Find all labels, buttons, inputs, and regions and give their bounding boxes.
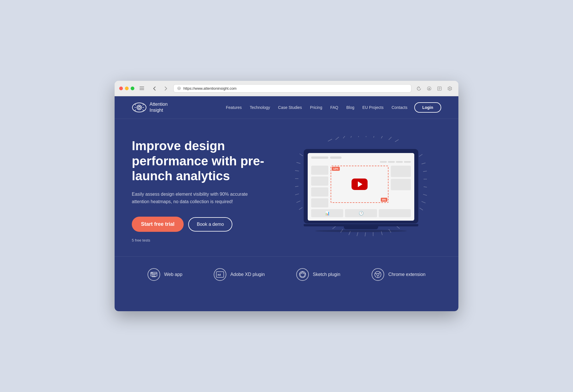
feature-adobe-xd[interactable]: Xd Adobe XD plugin — [214, 268, 265, 281]
main-nav: Attention Insight Features Technology Ca… — [115, 96, 458, 119]
adobe-xd-label: Adobe XD plugin — [230, 272, 265, 277]
right-item-1 — [391, 166, 411, 177]
mockup-main: 12% 8% — [311, 166, 411, 207]
laptop-screen: 12% 8% — [308, 153, 414, 221]
svg-line-41 — [295, 186, 298, 187]
svg-line-11 — [336, 137, 339, 140]
web-app-label: Web app — [164, 272, 183, 277]
laptop-stand — [344, 226, 378, 229]
svg-line-38 — [297, 162, 300, 164]
mockup-header — [311, 156, 411, 159]
svg-point-9 — [140, 106, 140, 107]
address-bar[interactable]: https://www.attentioninsight.com — [173, 84, 411, 93]
login-button[interactable]: Login — [414, 102, 441, 113]
svg-rect-0 — [140, 87, 144, 87]
svg-point-6 — [132, 103, 146, 112]
chart-icon: 📊 — [325, 211, 330, 215]
svg-rect-2 — [140, 89, 144, 90]
website-content: Attention Insight Features Technology Ca… — [115, 96, 458, 311]
sidebar-item-3 — [311, 187, 328, 197]
sketch-label: Sketch plugin — [313, 272, 340, 277]
svg-line-42 — [295, 194, 299, 195]
hero-subtitle: Easily assess design element visibility … — [132, 191, 252, 205]
svg-point-52 — [377, 273, 379, 276]
hero-title: Improve design performance with pre-laun… — [132, 138, 269, 184]
svg-line-16 — [374, 136, 374, 137]
svg-line-37 — [300, 154, 303, 156]
svg-line-19 — [395, 140, 398, 142]
mockup-nav-1 — [380, 161, 387, 163]
mockup-bar-2 — [330, 156, 342, 159]
settings-button[interactable] — [446, 85, 454, 93]
laptop-base — [304, 224, 418, 226]
nav-faq[interactable]: FAQ — [330, 105, 338, 110]
feature-web-app[interactable]: Web app — [148, 268, 183, 281]
svg-point-7 — [137, 105, 142, 110]
nav-eu-projects[interactable]: EU Projects — [362, 105, 384, 110]
svg-line-21 — [422, 163, 425, 164]
share-button[interactable] — [435, 85, 444, 93]
bottom-features: Web app Xd Adobe XD plugin — [115, 256, 458, 295]
mockup-sidebar — [311, 166, 328, 207]
sidebar-toggle-button[interactable] — [138, 85, 146, 93]
nav-case-studies[interactable]: Case Studies — [278, 105, 302, 110]
sidebar-item-4 — [311, 198, 328, 207]
percentage-badge-8: 8% — [381, 198, 387, 202]
book-demo-button[interactable]: Book a demo — [188, 217, 232, 232]
nav-technology[interactable]: Technology — [250, 105, 270, 110]
nav-blog[interactable]: Blog — [346, 105, 354, 110]
chrome-icon — [372, 268, 384, 281]
mockup-nav-3 — [396, 161, 403, 163]
svg-line-26 — [422, 201, 425, 203]
percentage-badge-12: 12% — [332, 167, 340, 171]
nav-contacts[interactable]: Contacts — [392, 105, 407, 110]
nav-links: Features Technology Case Studies Pricing… — [226, 105, 407, 110]
feature-sketch[interactable]: Sketch plugin — [296, 268, 340, 281]
hero-section: Improve design performance with pre-laun… — [115, 119, 458, 256]
svg-line-25 — [423, 194, 427, 195]
free-tests-label: 5 free tests — [132, 238, 150, 242]
svg-line-17 — [381, 136, 383, 138]
bottom-item-1: 📊 — [311, 209, 343, 217]
svg-line-24 — [424, 187, 427, 187]
svg-marker-49 — [300, 272, 305, 277]
mockup-bar-1 — [311, 156, 328, 159]
download-button[interactable] — [425, 85, 433, 93]
adobe-xd-icon: Xd — [214, 268, 226, 281]
clock-icon: 🕐 — [359, 211, 364, 215]
mockup-bottom-row: 📊 🕐 — [311, 209, 411, 217]
feature-chrome[interactable]: Chrome extension — [372, 268, 425, 281]
sidebar-item-1 — [311, 166, 328, 175]
svg-line-32 — [365, 232, 366, 236]
svg-line-14 — [358, 136, 359, 137]
svg-point-3 — [178, 88, 180, 89]
url-text: https://www.attentioninsight.com — [183, 86, 237, 91]
svg-line-33 — [357, 232, 358, 236]
laptop-shadow — [315, 230, 407, 232]
nav-features[interactable]: Features — [226, 105, 242, 110]
screen-content: 12% 8% — [311, 156, 411, 217]
minimize-button[interactable] — [125, 87, 129, 90]
logo[interactable]: Attention Insight — [132, 101, 168, 113]
hero-visual: 12% 8% — [281, 136, 441, 245]
svg-rect-1 — [140, 88, 144, 89]
right-item-2 — [391, 179, 411, 190]
laptop-mockup: 12% 8% — [304, 149, 418, 232]
maximize-button[interactable] — [131, 87, 134, 90]
close-button[interactable] — [119, 87, 123, 90]
svg-line-39 — [295, 170, 299, 171]
web-app-icon — [148, 268, 160, 281]
svg-line-44 — [299, 207, 302, 209]
mockup-right — [391, 166, 411, 207]
start-free-trial-button[interactable]: Start free trial — [132, 217, 184, 232]
reload-button[interactable] — [415, 85, 423, 93]
laptop-outer: 12% 8% — [304, 149, 418, 224]
forward-button[interactable] — [162, 85, 170, 93]
bottom-item-2: 🕐 — [345, 209, 377, 217]
back-button[interactable] — [150, 85, 158, 93]
play-button-icon — [352, 179, 368, 190]
sketch-icon — [296, 268, 309, 281]
nav-pricing[interactable]: Pricing — [310, 105, 322, 110]
svg-line-13 — [351, 136, 352, 137]
svg-line-12 — [343, 136, 345, 138]
